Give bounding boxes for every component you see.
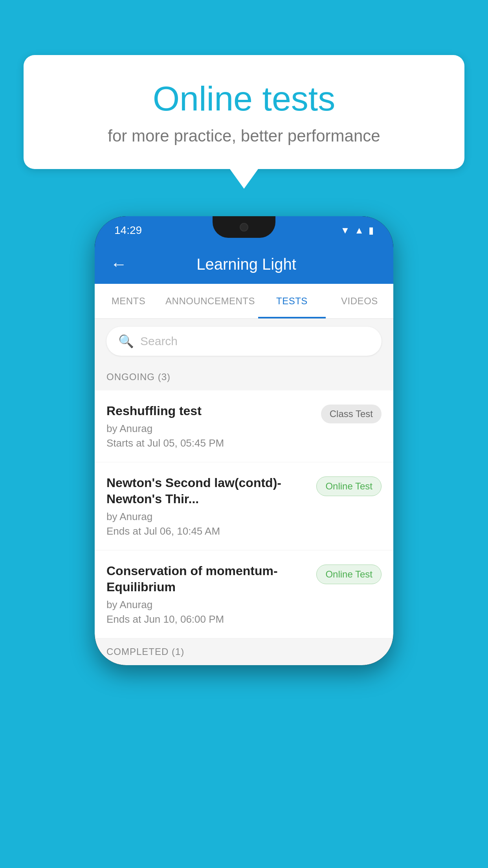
test-name-2: Newton's Second law(contd)-Newton's Thir… xyxy=(106,475,308,508)
test-badge-3: Online Test xyxy=(316,565,382,584)
app-header: ← Learning Light xyxy=(95,245,393,284)
completed-section-header: COMPLETED (1) xyxy=(95,638,393,665)
wifi-icon: ▼ xyxy=(340,225,350,236)
camera-dot xyxy=(240,223,248,232)
test-item-2[interactable]: Newton's Second law(contd)-Newton's Thir… xyxy=(95,462,393,550)
test-badge-1: Class Test xyxy=(321,405,382,423)
phone-screen: 14:29 ▼ ▲ ▮ ← Learning Light MENTS ANNOU… xyxy=(95,216,393,665)
phone-notch xyxy=(213,216,275,238)
search-container: 🔍 Search xyxy=(95,319,393,364)
phone-frame: 14:29 ▼ ▲ ▮ ← Learning Light MENTS ANNOU… xyxy=(95,216,393,665)
test-author-1: by Anurag xyxy=(106,423,313,435)
speech-bubble-tail xyxy=(230,169,258,189)
battery-icon: ▮ xyxy=(369,225,374,236)
tabs-container: MENTS ANNOUNCEMENTS TESTS VIDEOS xyxy=(95,284,393,319)
status-time: 14:29 xyxy=(114,224,142,237)
test-time-3: Ends at Jun 10, 06:00 PM xyxy=(106,613,308,625)
search-icon: 🔍 xyxy=(118,334,134,349)
back-button[interactable]: ← xyxy=(110,256,127,272)
test-item-3[interactable]: Conservation of momentum-Equilibrium by … xyxy=(95,550,393,638)
signal-icon: ▲ xyxy=(354,225,364,236)
tab-ments[interactable]: MENTS xyxy=(95,284,162,318)
search-input[interactable]: Search xyxy=(140,335,178,348)
speech-bubble-section: Online tests for more practice, better p… xyxy=(24,55,464,189)
test-author-2: by Anurag xyxy=(106,511,308,523)
test-info-2: Newton's Second law(contd)-Newton's Thir… xyxy=(106,475,316,537)
status-icons: ▼ ▲ ▮ xyxy=(340,225,374,236)
test-badge-2: Online Test xyxy=(316,476,382,496)
test-name-1: Reshuffling test xyxy=(106,403,313,419)
test-author-3: by Anurag xyxy=(106,599,308,611)
ongoing-section-header: ONGOING (3) xyxy=(95,364,393,390)
test-name-3: Conservation of momentum-Equilibrium xyxy=(106,563,308,596)
bubble-subtitle: for more practice, better performance xyxy=(55,127,433,145)
tab-tests[interactable]: TESTS xyxy=(258,284,326,318)
search-bar[interactable]: 🔍 Search xyxy=(106,327,382,356)
app-title: Learning Light xyxy=(139,256,354,273)
tab-videos[interactable]: VIDEOS xyxy=(326,284,393,318)
phone-wrapper: 14:29 ▼ ▲ ▮ ← Learning Light MENTS ANNOU… xyxy=(95,216,393,665)
test-time-2: Ends at Jul 06, 10:45 AM xyxy=(106,525,308,537)
test-item-1[interactable]: Reshuffling test by Anurag Starts at Jul… xyxy=(95,390,393,462)
test-info-1: Reshuffling test by Anurag Starts at Jul… xyxy=(106,403,321,449)
tab-announcements[interactable]: ANNOUNCEMENTS xyxy=(162,284,258,318)
test-info-3: Conservation of momentum-Equilibrium by … xyxy=(106,563,316,625)
tests-list: Reshuffling test by Anurag Starts at Jul… xyxy=(95,390,393,638)
bubble-title: Online tests xyxy=(55,79,433,119)
test-time-1: Starts at Jul 05, 05:45 PM xyxy=(106,437,313,449)
speech-bubble: Online tests for more practice, better p… xyxy=(24,55,464,169)
